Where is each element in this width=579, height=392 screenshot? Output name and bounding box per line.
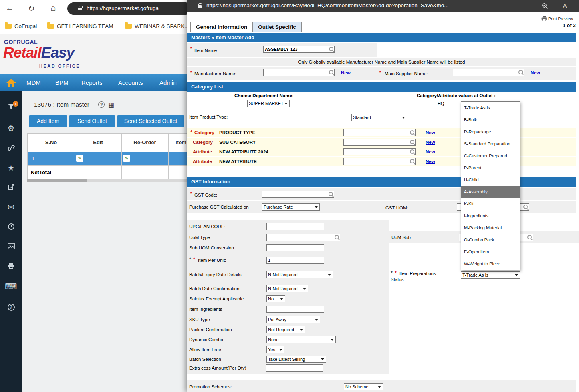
- image-icon[interactable]: [0, 243, 22, 251]
- print-preview-icon[interactable]: [541, 16, 547, 23]
- search-icon[interactable]: [518, 70, 523, 74]
- main-supplier-new-link[interactable]: New: [531, 70, 540, 75]
- address-bar[interactable]: https://hqsupermarket.gofruga: [67, 2, 192, 15]
- gear-icon[interactable]: ⚙: [0, 123, 22, 133]
- packed-confirmation-select[interactable]: Not Required: [266, 326, 305, 333]
- main-supplier-input[interactable]: [453, 69, 524, 76]
- uom-type-input[interactable]: [266, 234, 340, 241]
- dropdown-option[interactable]: T-Trade As Is: [461, 102, 520, 114]
- read-aloud-icon[interactable]: A: [563, 2, 567, 9]
- dropdown-option[interactable]: O-Combo Pack: [461, 234, 520, 246]
- attribute-new-link[interactable]: New: [426, 149, 435, 154]
- refresh-icon[interactable]: ↻: [28, 4, 35, 13]
- dropdown-option[interactable]: C-Customer Prepared: [461, 150, 520, 162]
- search-icon[interactable]: [329, 47, 333, 51]
- print-preview-label[interactable]: Print Preview: [548, 16, 573, 21]
- help-icon[interactable]: ?: [0, 303, 22, 311]
- mail-icon[interactable]: ✉: [0, 203, 22, 212]
- home-icon[interactable]: ⌂: [50, 3, 56, 13]
- dropdown-option[interactable]: H-Child: [461, 174, 520, 186]
- nav-item-accounts[interactable]: Accounts: [118, 74, 143, 91]
- manufacturer-new-link[interactable]: New: [341, 70, 351, 75]
- sub-uom-conversion-input[interactable]: [266, 244, 324, 251]
- scrollbar-thumb[interactable]: [27, 179, 87, 182]
- upc-ean-input[interactable]: [266, 223, 324, 230]
- attribute-value-input[interactable]: [343, 148, 416, 155]
- search-icon[interactable]: [329, 192, 333, 196]
- saletax-exempt-select[interactable]: No: [266, 295, 285, 302]
- keyboard-icon[interactable]: ⌨: [0, 282, 22, 291]
- dropdown-option[interactable]: M-Packing Material: [461, 222, 520, 234]
- batch-selection-select[interactable]: Take Latest Selling: [266, 356, 326, 363]
- dynamic-combo-select[interactable]: None: [266, 336, 336, 343]
- send-selected-outlet-button[interactable]: Send Selected Outlet: [117, 115, 184, 127]
- back-icon[interactable]: ←: [6, 4, 14, 13]
- purchase-gst-select[interactable]: Purchase Rate: [262, 203, 320, 211]
- nav-item-reports[interactable]: Reports: [81, 74, 103, 91]
- dropdown-option[interactable]: E-Open Item: [461, 246, 520, 258]
- title-help-icon[interactable]: ?: [98, 101, 105, 108]
- dropdown-option[interactable]: P-Parent: [461, 162, 520, 174]
- search-icon[interactable]: [410, 159, 414, 163]
- search-icon[interactable]: [335, 235, 339, 239]
- star-icon[interactable]: ★: [0, 163, 22, 173]
- department-select[interactable]: SUPER MARKET: [247, 100, 290, 107]
- dropdown-option-selected[interactable]: A-Assembly: [461, 186, 520, 198]
- attribute-value-input[interactable]: [343, 158, 416, 165]
- category-new-link[interactable]: New: [426, 130, 435, 135]
- dropdown-option[interactable]: W-Weight to Piece: [461, 258, 520, 270]
- nav-item-bpm[interactable]: BPM: [55, 74, 69, 91]
- allow-item-free-select[interactable]: Yes: [266, 346, 284, 353]
- search-icon[interactable]: [410, 149, 414, 154]
- item-per-unit-input[interactable]: 1: [266, 257, 324, 264]
- dropdown-option[interactable]: R-Repackage: [461, 126, 520, 138]
- batch-date-select[interactable]: N-NotRequired: [266, 285, 308, 292]
- add-item-button[interactable]: Add Item: [29, 115, 67, 127]
- category-value-input[interactable]: [343, 129, 416, 136]
- dropdown-option[interactable]: I-Ingredients: [461, 210, 520, 222]
- dropdown-option[interactable]: B-Bulk: [461, 114, 520, 126]
- item-name-input[interactable]: ASSEMBLY 123: [263, 46, 335, 53]
- printer-icon[interactable]: [0, 263, 22, 271]
- category-new-link[interactable]: New: [426, 140, 435, 145]
- item-preparations-select[interactable]: T-Trade As Is: [461, 271, 520, 279]
- bookmark-gofrugal[interactable]: GoFrugal: [5, 22, 37, 30]
- extra-cess-input[interactable]: [266, 364, 323, 372]
- bookmark-gft-learning-team[interactable]: GFT LEARNING TEAM: [47, 22, 113, 30]
- share-icon[interactable]: [0, 184, 22, 192]
- send-outlet-button[interactable]: Send Outlet: [69, 115, 115, 127]
- table-row[interactable]: 1 ✎ ✎: [28, 152, 188, 165]
- item-ingredients-input[interactable]: [266, 306, 324, 313]
- search-icon[interactable]: [410, 140, 414, 144]
- search-icon[interactable]: [410, 130, 414, 135]
- dropdown-option[interactable]: K-Kit: [461, 198, 520, 210]
- item-product-type-select[interactable]: Standard: [351, 114, 407, 121]
- clock-icon[interactable]: [0, 223, 22, 232]
- promotion-schemes-select[interactable]: No Scheme: [344, 383, 383, 390]
- category-type-link[interactable]: Category: [194, 130, 214, 135]
- zoom-out-icon[interactable]: [542, 3, 548, 11]
- nav-item-mdm[interactable]: MDM: [26, 74, 41, 91]
- batch-expiry-select[interactable]: N-NotRequired: [266, 271, 333, 278]
- nav-item-admin[interactable]: Admin: [159, 74, 177, 91]
- edit-icon[interactable]: ✎: [76, 155, 83, 162]
- tab-general-information[interactable]: General Information: [190, 22, 253, 32]
- link-icon[interactable]: [0, 144, 22, 153]
- reorder-edit-icon[interactable]: ✎: [123, 155, 130, 162]
- attribute-new-link[interactable]: New: [426, 159, 435, 164]
- popup-address-bar[interactable]: https://hqsupermarket.gofrugal.com/RayMe…: [187, 0, 579, 12]
- search-icon[interactable]: [523, 205, 528, 209]
- sku-type-select[interactable]: Put Away: [266, 316, 320, 323]
- search-icon[interactable]: [329, 70, 333, 74]
- dropdown-option[interactable]: S-Standard Preparation: [461, 138, 520, 150]
- filter-icon[interactable]: [0, 103, 22, 111]
- manufacturer-input[interactable]: [263, 69, 335, 76]
- nav-home-button[interactable]: [0, 74, 22, 91]
- horizontal-scrollbar[interactable]: [27, 179, 187, 182]
- grid-view-icon[interactable]: ▦: [108, 101, 114, 109]
- tab-outlet-specific[interactable]: Outlet Specific: [252, 22, 302, 32]
- search-icon[interactable]: [527, 235, 532, 239]
- bookmark-webinar-spark[interactable]: WEBINAR & SPARK...: [125, 22, 189, 30]
- category-value-input[interactable]: [343, 139, 416, 146]
- gst-code-input[interactable]: [262, 191, 334, 198]
